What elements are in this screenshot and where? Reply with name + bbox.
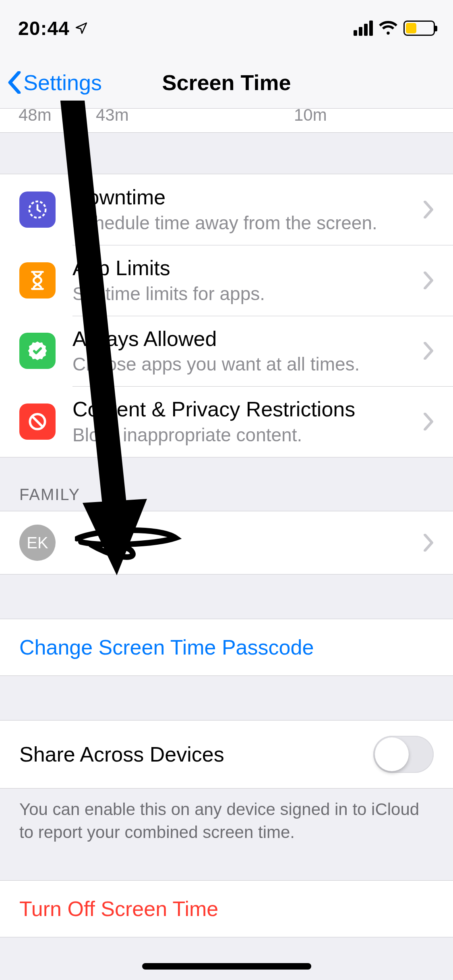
chevron-right-icon — [423, 534, 434, 552]
settings-group: Downtime Schedule time away from the scr… — [0, 174, 453, 457]
family-section-header: FAMILY — [0, 457, 453, 511]
spacer — [0, 574, 453, 619]
cell-title: Content & Privacy Restrictions — [72, 397, 419, 422]
downtime-cell[interactable]: Downtime Schedule time away from the scr… — [0, 174, 453, 245]
turn-off-screen-time-button[interactable]: Turn Off Screen Time — [0, 880, 453, 937]
app-limits-cell[interactable]: App Limits Set time limits for apps. — [0, 245, 453, 316]
svg-line-2 — [32, 416, 43, 427]
usage-value: 43m — [96, 109, 129, 125]
share-toggle[interactable] — [373, 736, 434, 773]
cell-text: App Limits Set time limits for apps. — [72, 256, 419, 305]
hourglass-icon — [19, 262, 56, 299]
back-button[interactable]: Settings — [7, 56, 102, 108]
chevron-right-icon — [423, 201, 434, 218]
chevron-left-icon — [7, 71, 22, 94]
page-title: Screen Time — [162, 70, 291, 95]
home-indicator[interactable] — [142, 963, 311, 970]
cell-title: Downtime — [72, 185, 419, 210]
always-allowed-cell[interactable]: Always Allowed Choose apps you want at a… — [0, 316, 453, 387]
chevron-right-icon — [423, 272, 434, 289]
location-icon — [74, 17, 88, 39]
status-time: 20:44 — [18, 17, 88, 39]
usage-value: 48m — [19, 109, 52, 125]
no-entry-icon — [19, 404, 56, 440]
cell-title: Always Allowed — [72, 327, 419, 351]
cell-title: App Limits — [72, 256, 419, 280]
usage-row-clipped: 48m 43m 10m — [0, 109, 453, 133]
cell-text: Always Allowed Choose apps you want at a… — [72, 327, 419, 375]
spacer — [0, 844, 453, 880]
change-passcode-button[interactable]: Change Screen Time Passcode — [0, 619, 453, 676]
cell-subtitle: Block inappropriate content. — [72, 424, 419, 446]
share-label: Share Across Devices — [19, 742, 224, 766]
spacer — [0, 133, 453, 174]
downtime-icon — [19, 191, 56, 228]
cell-text: Content & Privacy Restrictions Block ina… — [72, 397, 419, 446]
spacer — [0, 676, 453, 720]
cell-subtitle: Choose apps you want at all times. — [72, 353, 419, 375]
share-footer-text: You can enable this on any device signed… — [0, 789, 453, 844]
avatar: EK — [19, 525, 56, 561]
cell-subtitle: Set time limits for apps. — [72, 283, 419, 305]
cellular-icon — [354, 21, 373, 36]
screen: 20:44 Settings Screen Time 48m 43m 10m — [0, 0, 453, 980]
content-privacy-cell[interactable]: Content & Privacy Restrictions Block ina… — [0, 386, 453, 457]
status-icons — [354, 21, 435, 36]
check-badge-icon — [19, 333, 56, 369]
usage-value: 10m — [294, 109, 327, 125]
clock-text: 20:44 — [18, 17, 70, 39]
back-label: Settings — [23, 70, 102, 95]
status-bar: 20:44 — [0, 0, 453, 56]
cell-subtitle: Schedule time away from the screen. — [72, 212, 419, 234]
redacted-name — [75, 531, 180, 555]
family-member-cell[interactable]: EK — [0, 511, 453, 574]
chevron-right-icon — [423, 342, 434, 360]
cell-text: Downtime Schedule time away from the scr… — [72, 185, 419, 234]
chevron-right-icon — [423, 413, 434, 430]
nav-bar: Settings Screen Time — [0, 56, 453, 109]
wifi-icon — [379, 21, 398, 36]
battery-icon — [403, 21, 435, 36]
share-across-devices-cell: Share Across Devices — [0, 720, 453, 789]
